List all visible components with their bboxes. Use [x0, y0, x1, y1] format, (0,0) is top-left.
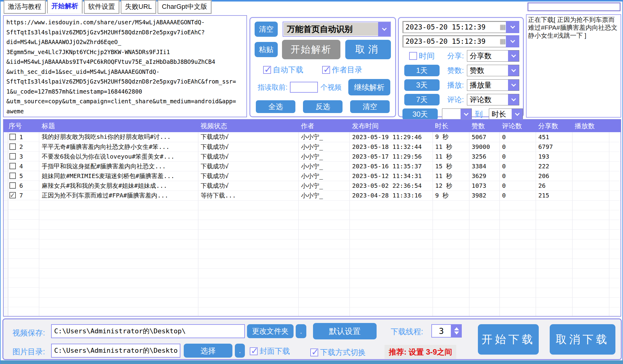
dropdown-button[interactable] — [508, 80, 519, 91]
image-dir-path-input[interactable] — [51, 344, 180, 358]
parse-mode-select[interactable]: 万能首页自动识别 — [283, 22, 391, 37]
start-parse-button[interactable]: 开始解析 — [282, 40, 340, 59]
share-filter-value: 分享数 — [467, 50, 508, 61]
header-likes: 赞数 — [469, 120, 499, 132]
cell-plays — [572, 249, 609, 259]
tab-activation[interactable]: 激活与教程 — [4, 0, 46, 14]
cell-author — [298, 249, 350, 259]
cell-status — [198, 229, 298, 239]
tab-chargpt[interactable]: CharGpt中文版 — [158, 0, 211, 14]
video-dot-button[interactable]: . — [296, 324, 306, 338]
invert-select-button[interactable]: 反选 — [303, 100, 343, 113]
spin-up-icon[interactable] — [454, 327, 459, 330]
dropdown-button[interactable] — [508, 94, 519, 105]
cell-title: 不要发6我会以为你在说loveyou#笨蛋美女#... — [39, 152, 198, 161]
image-dot-button[interactable]: . — [235, 344, 245, 358]
cell-plays — [572, 200, 609, 210]
row-checkbox[interactable] — [9, 134, 16, 140]
chevron-down-icon — [510, 38, 515, 43]
cell-title: 平平无奇#腼腆害羞内向社恐文静小女生#笨... — [39, 142, 198, 152]
date-to-dropdown-button[interactable] — [506, 35, 519, 47]
cell-author — [298, 307, 350, 317]
date-from-field[interactable]: 2023-05-20 15:12:39 ▦ — [402, 21, 519, 33]
spin-down-icon[interactable] — [454, 331, 459, 335]
plays-filter-select[interactable]: 播放量 — [467, 79, 519, 91]
cell-title — [39, 288, 198, 297]
download-mode-checkbox[interactable] — [310, 349, 318, 356]
dropdown-button[interactable] — [508, 65, 519, 76]
start-download-button[interactable]: 开始下载 — [478, 324, 539, 355]
default-settings-button[interactable]: 默认设置 — [313, 323, 377, 339]
date-to-field[interactable]: 2023-05-20 15:12:39 ▦ — [402, 35, 519, 47]
cancel-download-button[interactable]: 取消下载 — [550, 324, 615, 355]
change-folder-button[interactable]: 更改文件夹 — [247, 324, 294, 338]
likes-filter-select[interactable]: 赞数 — [467, 65, 519, 76]
cell-likes — [469, 249, 499, 259]
row-checkbox[interactable] — [9, 153, 16, 160]
row-checkbox[interactable] — [9, 143, 16, 150]
row-checkbox[interactable] — [9, 192, 16, 198]
share-filter-select[interactable]: 分享数 — [467, 50, 519, 62]
cancel-parse-button[interactable]: 取消 — [345, 40, 391, 59]
day-3-button[interactable]: 3天 — [404, 79, 440, 91]
cell-title: 手指甲和我这身挺配#腼腆害羞内向社恐文... — [39, 161, 198, 171]
videos-unit-label: 个视频 — [320, 83, 341, 92]
day-30-button[interactable]: 30天 — [402, 108, 438, 120]
date-from-dropdown-button[interactable] — [506, 21, 519, 33]
select-all-button[interactable]: 全选 — [256, 100, 295, 113]
cell-likes — [469, 288, 499, 297]
cell-status — [198, 239, 298, 249]
row-strip — [4, 239, 8, 249]
cell-status — [198, 259, 298, 268]
threads-spinner[interactable]: 3 — [431, 324, 462, 338]
day-1-button[interactable]: 1天 — [404, 65, 440, 76]
parse-mode-dropdown-button[interactable] — [378, 22, 390, 36]
image-dir-label: 图片目录: — [12, 347, 45, 357]
range-from-select[interactable] — [442, 108, 472, 120]
chevron-down-icon — [511, 97, 516, 101]
day-7-button[interactable]: 7天 — [404, 94, 440, 105]
row-checkbox[interactable] — [9, 182, 16, 189]
dropdown-button[interactable] — [461, 109, 472, 120]
calendar-icon: ▦ — [499, 23, 506, 31]
tab-start-parse[interactable]: 开始解析 — [47, 0, 82, 14]
clear-url-button[interactable]: 清空 — [255, 22, 278, 37]
cover-download-checkbox[interactable] — [250, 347, 258, 355]
row-strip — [4, 249, 8, 259]
range-to-select[interactable]: 时长 — [489, 108, 523, 120]
clear-select-button[interactable]: 清空 — [350, 100, 390, 113]
row-checkbox[interactable] — [9, 163, 16, 169]
tab-settings[interactable]: 软件设置 — [84, 0, 119, 14]
cell-shares: 193 — [536, 152, 572, 161]
time-filter-checkbox[interactable] — [409, 52, 417, 60]
cell-seq: 3 — [8, 152, 40, 161]
video-save-path-input[interactable] — [51, 324, 245, 338]
chevron-down-icon — [511, 82, 516, 87]
auto-download-checkbox[interactable] — [263, 66, 271, 74]
paste-button[interactable]: 粘贴 — [255, 42, 278, 57]
top-right-input[interactable] — [527, 2, 621, 11]
select-folder-button[interactable]: 选择 — [184, 344, 232, 358]
spinner-arrows[interactable] — [451, 324, 462, 338]
cell-status — [198, 307, 298, 317]
row-checkbox[interactable] — [9, 173, 16, 179]
cell-duration — [433, 297, 469, 307]
share-filter-label: 分享: — [441, 51, 464, 61]
author-dir-checkbox[interactable] — [322, 66, 330, 74]
dropdown-button[interactable] — [512, 109, 523, 120]
cell-time: 2023-05-16 11:35:37 — [350, 161, 433, 171]
tab-failed-url[interactable]: 失败URL — [121, 0, 156, 14]
cell-time — [350, 259, 433, 268]
cell-author: 小小宁_ — [298, 171, 350, 181]
table-row: 5姐妹同款#MERIMIES麦瑞迷剑桥包#腼腆害羞...下载成功√小小宁_202… — [4, 171, 621, 181]
read-count-input[interactable] — [290, 82, 318, 93]
table-body: 1我的好朋友敢为我吃shi你的好朋友敢吗#讨...下载成功√小小宁_2023-0… — [4, 132, 621, 317]
cell-comments: 0 — [499, 181, 536, 191]
cell-status — [198, 288, 298, 297]
table-row — [4, 307, 621, 317]
cell-likes: 5067 — [469, 132, 499, 142]
comments-filter-select[interactable]: 评论数 — [467, 94, 519, 105]
continue-parse-button[interactable]: 继续解析 — [348, 79, 390, 95]
dropdown-button[interactable] — [508, 50, 519, 61]
url-textarea[interactable]: https://www.iesdouyin.com/share/user/MS4… — [3, 15, 247, 117]
